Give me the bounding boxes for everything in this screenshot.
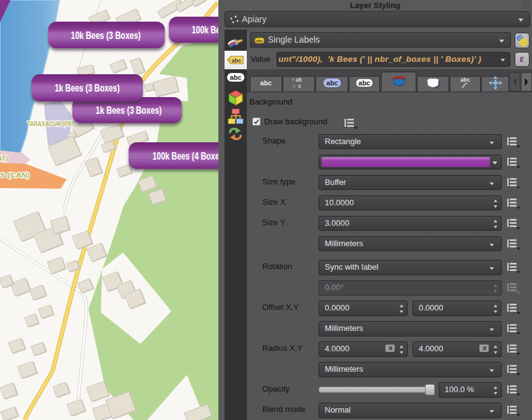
svg-text:1k Bees (3 Boxes): 1k Bees (3 Boxes) bbox=[96, 105, 162, 116]
svg-text:10k Bees (3 Boxes): 10k Bees (3 Boxes) bbox=[71, 30, 141, 41]
svg-text:100k Be: 100k Be bbox=[192, 25, 218, 35]
svg-text:S (CAN): S (CAN) bbox=[0, 171, 30, 179]
svg-text:1k Bees (3 Boxes): 1k Bees (3 Boxes) bbox=[55, 83, 120, 93]
svg-text:TARAXACUM (PRI): TARAXACUM (PRI) bbox=[27, 120, 75, 127]
svg-text:AT): AT) bbox=[0, 155, 8, 162]
svg-text:100k Bees (4 Boxes): 100k Bees (4 Boxes) bbox=[153, 151, 219, 161]
